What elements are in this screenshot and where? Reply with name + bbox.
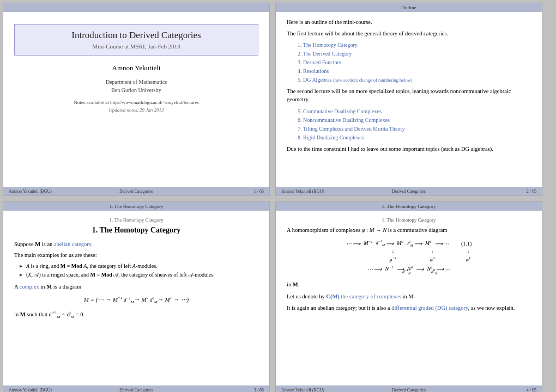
outline-item-4: 4. Resolutions: [298, 67, 531, 76]
slide-4: 1. The Homotopy Category 1. The Homotopy…: [275, 201, 542, 392]
slide2-footer-left: Amnon Yekutieli (BGU): [281, 189, 324, 194]
slide3-footer-left: Amnon Yekutieli (BGU): [9, 388, 52, 393]
outline-item-3-text: 3. Derived Functors: [298, 59, 341, 65]
slide1-dept-line2: Ben Gurion University: [14, 86, 258, 94]
slide2-footer-right: 2 / 65: [527, 189, 536, 194]
slide3-body: Suppose M is an abelian category. The ma…: [14, 240, 258, 320]
slide2-list1: 1. The Homotopy Category 2. The Derived …: [298, 41, 531, 84]
slide1-subtitle: Mini-Course at MSRI, Jan-Feb 2013: [23, 43, 250, 50]
slide1-title-box: Introduction to Derived Categories Mini-…: [14, 24, 258, 56]
slide3-para4: in M such that di+1M ∘ diM = 0.: [14, 310, 258, 320]
orange-note: (new section; change of numbering below): [333, 77, 413, 83]
slide1-footer-left: Amnon Yekutieli (BGU): [9, 189, 52, 194]
slide3-section: 1. The Homotopy Category: [14, 217, 258, 223]
outline-item-2: 2. The Derived Category: [298, 50, 531, 58]
slide4-footer-right: 4 / 65: [527, 388, 536, 393]
slide1-footer-center: Derived Categories: [119, 189, 153, 194]
slide3-heading: 1. The Homotopy Category: [14, 226, 258, 235]
slide2-intro2: The first lecture will be about the gene…: [287, 30, 531, 38]
slide4-para1: A homomorphism of complexes φ : M → N is…: [287, 226, 531, 235]
outline-item-4-text: 4. Resolutions: [298, 68, 329, 74]
complex-link: complex: [20, 284, 39, 290]
slide3-item2: (X, 𝒜) is a ringed space, and M = Mod 𝒜,…: [20, 271, 258, 279]
dg-link: differential graded (DG) category: [391, 305, 468, 311]
slide4-section: 1. The Homotopy Category: [287, 217, 531, 223]
slide1-dept: Department of Mathematics Ben Gurion Uni…: [14, 78, 258, 94]
slide4-para2: in M.: [287, 280, 531, 289]
slide1-author: Amnon Yekutieli: [14, 64, 258, 72]
slide1-footer-right: 1 / 65: [254, 189, 264, 194]
slide4-content: 1. The Homotopy Category A homomorphism …: [276, 211, 542, 385]
slide2-note: Due to the time constraint I had to leav…: [287, 145, 531, 154]
phi-arrows-row: ↓ φ−1 ↓ φ0 ↓ φ1: [287, 248, 531, 264]
slide2-header: Outline: [276, 3, 542, 12]
slide3-footer-right: 3 / 65: [254, 388, 264, 393]
slide2-footer: Amnon Yekutieli (BGU) Derived Categories…: [276, 187, 542, 195]
slide3-para2: The main examples for us are these:: [14, 251, 258, 260]
outline-item-3: 3. Derived Functors: [298, 58, 531, 67]
slide3-item1: A is a ring, and M = Mod A, the category…: [20, 262, 258, 271]
slide3-para1: Suppose M is an abelian category.: [14, 240, 258, 249]
slide2-intro3: The second lecture will be on more speci…: [287, 88, 531, 103]
slide1-dept-line1: Department of Mathematics: [14, 78, 258, 86]
slide4-para4: It is again an abelian category; but it …: [287, 304, 531, 313]
slide1-updated: Updated notes, 29 Jan 2013: [14, 107, 258, 113]
d-subscripts: d−1N d0N: [287, 268, 531, 276]
slide4-header: 1. The Homotopy Category: [276, 202, 542, 211]
slide2-footer-center: Derived Categories: [392, 189, 426, 194]
slide4-diagram: ⋯ ⟶ M−1 d−1M ⟶ M0 d0M ⟶ M1 ⟶ ⋯ (1.1): [287, 239, 531, 276]
slide3-footer: Amnon Yekutieli (BGU) Derived Categories…: [3, 385, 269, 392]
outline-item-2-text: 2. The Derived Category: [298, 51, 352, 57]
slide3-footer-center: Derived Categories: [119, 388, 153, 393]
outline-item-8: 7. Tilting Complexes and Derived Morita …: [298, 125, 531, 133]
slide4-body: A homomorphism of complexes φ : M → N is…: [287, 226, 531, 313]
slide1-content: Introduction to Derived Categories Mini-…: [3, 12, 269, 187]
slide2-content: Here is an outline of the mini-course. T…: [276, 12, 542, 187]
slide3-header: 1. The Homotopy Category: [3, 202, 269, 211]
outline-item-9: 8. Rigid Dualizing Complexes: [298, 133, 531, 142]
slide3-list: A is a ring, and M = Mod A, the category…: [20, 262, 258, 279]
outline-item-6: 5. Commutative Dualizing Complexes: [298, 107, 531, 116]
slide4-footer: Amnon Yekutieli (BGU) Derived Categories…: [276, 385, 542, 392]
slide3-content: 1. The Homotopy Category 1. The Homotopy…: [3, 211, 269, 385]
slide1-footer: Amnon Yekutieli (BGU) Derived Categories…: [3, 187, 269, 195]
category-link: the category of complexes: [341, 293, 401, 299]
slide2-intro1: Here is an outline of the mini-course.: [287, 19, 531, 27]
slide2-list2: 5. Commutative Dualizing Complexes 6. No…: [298, 107, 531, 142]
outline-item-5-text: 5. DG Algebras (new section; change of n…: [298, 77, 413, 83]
slide3-para3: A complex in M is a diagram: [14, 283, 258, 291]
slide-3: 1. The Homotopy Category 1. The Homotopy…: [3, 201, 270, 392]
eq-number: (1.1): [461, 240, 472, 248]
slide-2: Outline Here is an outline of the mini-c…: [275, 3, 542, 196]
c-m-bold: C(M): [326, 293, 340, 299]
slide4-footer-center: Derived Categories: [392, 388, 426, 393]
slide4-footer-left: Amnon Yekutieli (BGU): [281, 388, 324, 393]
slide-1: Introduction to Derived Categories Mini-…: [3, 3, 270, 196]
outline-item-5: 5. DG Algebras (new section; change of n…: [298, 76, 531, 84]
slide1-notes: Notes available at http://www.math.bgu.a…: [14, 100, 258, 105]
outline-item-7: 6. Noncommutative Dualizing Complexes: [298, 116, 531, 125]
slide4-para3: Let us denote by C(M) the category of co…: [287, 292, 531, 301]
diagram-row1: ⋯ ⟶ M−1 d−1M ⟶ M0 d0M ⟶ M1 ⟶ ⋯ (1.1): [287, 239, 531, 248]
outline-item-1: 1. The Homotopy Category: [298, 41, 531, 50]
slide3-math-complex: M = (⋯ → M−1 d−1M→ M0 d0M→ M1 → ⋯): [14, 295, 258, 305]
slide1-title: Introduction to Derived Categories: [23, 30, 250, 41]
outline-item-1-text: 1. The Homotopy Category: [298, 42, 358, 48]
abelian-link: abelian category: [54, 241, 91, 247]
slide1-header: [3, 3, 269, 12]
